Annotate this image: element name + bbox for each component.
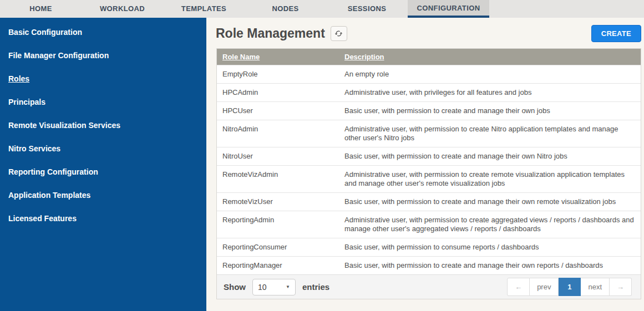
refresh-icon	[334, 29, 343, 38]
description-cell: Administrative user, with permission to …	[339, 120, 641, 147]
table-row[interactable]: EmptyRole An empty role	[217, 65, 641, 83]
sidebar-item-nitro-services[interactable]: Nitro Services	[0, 137, 206, 160]
sidebar-item-remote-visualization-services[interactable]: Remote Visualization Services	[0, 114, 206, 137]
role-name-cell: HPCAdmin	[217, 84, 339, 101]
pagination-prev-button[interactable]: prev	[530, 278, 559, 296]
nav-tab-workload[interactable]: WORKLOAD	[82, 0, 163, 18]
description-cell: Basic user, with permission to create an…	[339, 102, 641, 120]
nav-tab-configuration[interactable]: CONFIGURATION	[408, 0, 489, 18]
roles-table: Role Name Description EmptyRole An empty…	[216, 48, 641, 299]
description-cell: Basic user, with permission to create an…	[339, 147, 641, 165]
page-size-value: 10	[258, 283, 267, 292]
show-label: Show	[224, 282, 246, 292]
sidebar-item-application-templates[interactable]: Application Templates	[0, 183, 206, 207]
table-row[interactable]: HPCAdmin Administrative user, with privi…	[217, 83, 641, 101]
description-cell: Administrative user, with privileges for…	[339, 84, 641, 101]
pagination-last-button[interactable]: →	[610, 278, 632, 296]
page-title: Role Management	[216, 26, 325, 41]
role-name-cell: ReportingConsumer	[217, 238, 339, 256]
nav-tab-sessions[interactable]: SESSIONS	[326, 0, 408, 18]
pagination-next-button[interactable]: next	[581, 278, 610, 296]
nav-tab-home[interactable]: HOME	[0, 0, 82, 18]
role-name-cell: ReportingManager	[217, 257, 339, 274]
description-cell: Basic user, with permission to consume r…	[339, 238, 641, 256]
page-size-select[interactable]: 10 ▼	[252, 279, 296, 295]
table-row[interactable]: RemoteVizUser Basic user, with permissio…	[217, 192, 641, 211]
nav-tab-templates[interactable]: TEMPLATES	[163, 0, 245, 18]
title-row: Role Management CREATE	[206, 18, 644, 48]
role-name-cell: NitroAdmin	[217, 120, 339, 147]
table-row[interactable]: ReportingAdmin Administrative user, with…	[217, 211, 641, 238]
column-header-description[interactable]: Description	[339, 53, 390, 61]
sidebar-item-file-manager-configuration[interactable]: File Manager Configuration	[0, 44, 206, 67]
pagination-first-button[interactable]: ←	[507, 278, 530, 296]
role-name-cell: NitroUser	[217, 147, 339, 165]
description-cell: Administrative user, with permission to …	[339, 166, 641, 192]
role-name-cell: EmptyRole	[217, 65, 339, 83]
table-footer: Show 10 ▼ entries ← prev 1 next →	[217, 274, 641, 299]
entries-label: entries	[302, 282, 329, 292]
sidebar-item-reporting-configuration[interactable]: Reporting Configuration	[0, 160, 206, 183]
pagination-page-1-button[interactable]: 1	[559, 278, 581, 296]
main-content: Role Management CREATE Role Name Descrip…	[206, 18, 644, 311]
table-row[interactable]: RemoteVizAdmin Administrative user, with…	[217, 165, 641, 192]
table-row[interactable]: NitroAdmin Administrative user, with per…	[217, 120, 641, 147]
role-name-cell: ReportingAdmin	[217, 211, 339, 238]
sidebar-item-principals[interactable]: Principals	[0, 90, 206, 114]
role-name-cell: HPCUser	[217, 102, 339, 120]
refresh-button[interactable]	[331, 26, 347, 41]
sidebar-item-roles[interactable]: Roles	[0, 67, 206, 90]
table-row[interactable]: ReportingManager Basic user, with permis…	[217, 256, 641, 274]
caret-down-icon: ▼	[286, 284, 290, 289]
description-cell: An empty role	[339, 65, 641, 83]
role-name-cell: RemoteVizUser	[217, 193, 339, 211]
description-cell: Basic user, with permission to create an…	[339, 193, 641, 211]
table-row[interactable]: ReportingConsumer Basic user, with permi…	[217, 238, 641, 256]
sidebar-item-licensed-features[interactable]: Licensed Features	[0, 207, 206, 230]
top-nav: HOME WORKLOAD TEMPLATES NODES SESSIONS C…	[0, 0, 644, 18]
table-row[interactable]: HPCUser Basic user, with permission to c…	[217, 101, 641, 120]
nav-tab-nodes[interactable]: NODES	[245, 0, 326, 18]
role-name-cell: RemoteVizAdmin	[217, 166, 339, 192]
description-cell: Basic user, with permission to create an…	[339, 257, 641, 274]
sidebar-item-basic-configuration[interactable]: Basic Configuration	[0, 21, 206, 44]
table-header: Role Name Description	[217, 49, 641, 65]
sidebar: Basic Configuration File Manager Configu…	[0, 18, 206, 311]
column-header-role-name[interactable]: Role Name	[217, 53, 339, 61]
table-row[interactable]: NitroUser Basic user, with permission to…	[217, 147, 641, 165]
description-cell: Administrative user, with permission to …	[339, 211, 641, 238]
create-button[interactable]: CREATE	[591, 25, 641, 42]
pagination: ← prev 1 next →	[507, 278, 632, 296]
